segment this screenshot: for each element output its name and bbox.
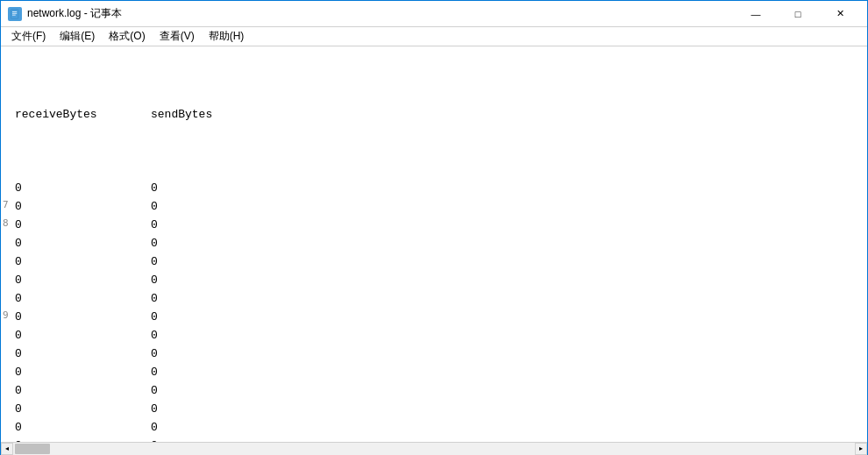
table-row: 00 bbox=[15, 418, 860, 437]
menu-help[interactable]: 帮助(H) bbox=[202, 27, 252, 46]
send-cell: 0 bbox=[151, 308, 158, 326]
receive-cell: 0 bbox=[15, 437, 151, 442]
receive-cell: 0 bbox=[15, 326, 151, 345]
scrollbar-thumb[interactable] bbox=[15, 444, 50, 454]
column-headers: receiveBytes sendBytes bbox=[15, 105, 860, 124]
menu-view[interactable]: 查看(V) bbox=[153, 27, 202, 46]
svg-rect-2 bbox=[12, 12, 17, 13]
send-cell: 0 bbox=[151, 437, 158, 442]
send-cell: 0 bbox=[151, 381, 158, 400]
receive-cell: 0 bbox=[15, 252, 151, 271]
table-row: 00 bbox=[15, 234, 860, 252]
col-receive-header: receiveBytes bbox=[15, 105, 151, 124]
send-cell: 0 bbox=[151, 400, 158, 418]
table-row: 00 bbox=[15, 271, 860, 289]
scrollbar-track[interactable] bbox=[13, 443, 855, 455]
line-number-7: 7 bbox=[3, 196, 9, 214]
receive-cell: 0 bbox=[15, 345, 151, 363]
receive-cell: 0 bbox=[15, 234, 151, 252]
line-number-8: 8 bbox=[3, 214, 9, 232]
receive-cell: 0 bbox=[15, 400, 151, 418]
window-title: network.log - 记事本 bbox=[27, 6, 730, 21]
receive-cell: 0 bbox=[15, 179, 151, 197]
send-cell: 0 bbox=[151, 197, 158, 216]
send-cell: 0 bbox=[151, 179, 158, 197]
notepad-icon bbox=[8, 7, 22, 21]
table-row: 00 bbox=[15, 308, 860, 326]
table-row: 00 bbox=[15, 252, 860, 271]
table-row: 00 bbox=[15, 179, 860, 197]
svg-rect-0 bbox=[11, 9, 18, 18]
send-cell: 0 bbox=[151, 216, 158, 234]
receive-cell: 0 bbox=[15, 197, 151, 216]
minimize-button[interactable]: — bbox=[736, 4, 776, 24]
scroll-right-button[interactable]: ▸ bbox=[855, 443, 867, 455]
table-row: 00 bbox=[15, 381, 860, 400]
send-cell: 0 bbox=[151, 345, 158, 363]
send-cell: 0 bbox=[151, 234, 158, 252]
receive-cell: 0 bbox=[15, 271, 151, 289]
svg-rect-3 bbox=[12, 14, 16, 15]
table-row: 00 bbox=[15, 326, 860, 345]
send-cell: 0 bbox=[151, 363, 158, 381]
content-area[interactable]: 7 8 9 receiveBytes sendBytes 00000000000… bbox=[1, 46, 867, 442]
receive-cell: 0 bbox=[15, 216, 151, 234]
receive-cell: 0 bbox=[15, 418, 151, 437]
table-row: 00 bbox=[15, 216, 860, 234]
horizontal-scrollbar[interactable]: ◂ ▸ bbox=[1, 442, 867, 454]
send-cell: 0 bbox=[151, 418, 158, 437]
title-controls: — □ ✕ bbox=[736, 4, 860, 24]
scroll-left-button[interactable]: ◂ bbox=[1, 443, 13, 455]
receive-cell: 0 bbox=[15, 308, 151, 326]
title-bar: network.log - 记事本 — □ ✕ bbox=[1, 1, 867, 27]
table-row: 00 bbox=[15, 345, 860, 363]
menu-bar: 文件(F)编辑(E)格式(O)查看(V)帮助(H) bbox=[1, 27, 867, 46]
app-window: network.log - 记事本 — □ ✕ 文件(F)编辑(E)格式(O)查… bbox=[0, 0, 868, 455]
receive-cell: 0 bbox=[15, 289, 151, 308]
table-row: 00 bbox=[15, 289, 860, 308]
menu-file[interactable]: 文件(F) bbox=[4, 27, 53, 46]
receive-cell: 0 bbox=[15, 363, 151, 381]
table-row: 00 bbox=[15, 363, 860, 381]
line-number-9: 9 bbox=[3, 306, 9, 324]
send-cell: 0 bbox=[151, 326, 158, 345]
table-row: 00 bbox=[15, 400, 860, 418]
close-button[interactable]: ✕ bbox=[820, 4, 860, 24]
menu-edit[interactable]: 编辑(E) bbox=[53, 27, 102, 46]
file-content: receiveBytes sendBytes 00000000000000000… bbox=[8, 50, 860, 442]
send-cell: 0 bbox=[151, 252, 158, 271]
menu-format[interactable]: 格式(O) bbox=[102, 27, 152, 46]
maximize-button[interactable]: □ bbox=[778, 4, 818, 24]
table-row: 00 bbox=[15, 197, 860, 216]
send-cell: 0 bbox=[151, 289, 158, 308]
table-row: 00 bbox=[15, 437, 860, 442]
send-cell: 0 bbox=[151, 271, 158, 289]
svg-rect-1 bbox=[12, 11, 17, 12]
col-send-header: sendBytes bbox=[151, 105, 212, 124]
data-rows: 00000000000000000000000000000000 bbox=[15, 179, 860, 442]
receive-cell: 0 bbox=[15, 381, 151, 400]
